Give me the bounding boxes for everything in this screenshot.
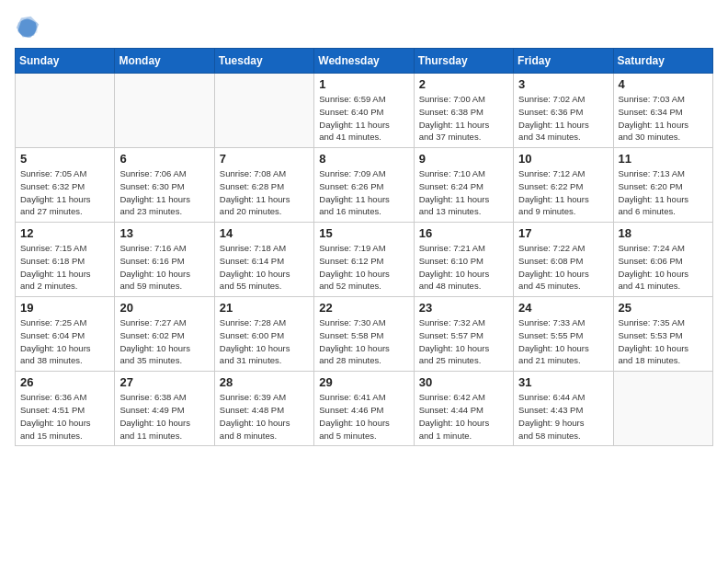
calendar-day-cell: 8Sunrise: 7:09 AM Sunset: 6:26 PM Daylig… xyxy=(314,148,414,223)
day-number: 3 xyxy=(518,77,608,91)
day-info: Sunrise: 7:19 AM Sunset: 6:12 PM Dayligh… xyxy=(319,242,408,293)
page-header xyxy=(15,15,713,40)
day-info: Sunrise: 7:08 AM Sunset: 6:28 PM Dayligh… xyxy=(220,167,309,218)
day-number: 27 xyxy=(119,375,209,389)
day-info: Sunrise: 7:21 AM Sunset: 6:10 PM Dayligh… xyxy=(419,242,508,293)
calendar-day-cell: 10Sunrise: 7:12 AM Sunset: 6:22 PM Dayli… xyxy=(514,148,613,223)
day-info: Sunrise: 7:25 AM Sunset: 6:04 PM Dayligh… xyxy=(20,316,109,367)
calendar-day-cell: 3Sunrise: 7:02 AM Sunset: 6:36 PM Daylig… xyxy=(514,74,613,148)
day-info: Sunrise: 6:59 AM Sunset: 6:40 PM Dayligh… xyxy=(319,93,408,144)
day-info: Sunrise: 7:15 AM Sunset: 6:18 PM Dayligh… xyxy=(20,242,109,293)
day-number: 8 xyxy=(319,152,408,166)
day-number: 19 xyxy=(20,301,109,315)
day-number: 14 xyxy=(220,226,309,240)
calendar-day-cell: 29Sunrise: 6:41 AM Sunset: 4:46 PM Dayli… xyxy=(314,372,414,446)
calendar-body: 1Sunrise: 6:59 AM Sunset: 6:40 PM Daylig… xyxy=(16,74,713,446)
day-number: 17 xyxy=(518,226,608,240)
weekday-label: Sunday xyxy=(16,49,115,74)
calendar-week-row: 1Sunrise: 6:59 AM Sunset: 6:40 PM Daylig… xyxy=(16,74,713,148)
day-number: 21 xyxy=(220,301,309,315)
calendar-day-cell: 4Sunrise: 7:03 AM Sunset: 6:34 PM Daylig… xyxy=(613,74,712,148)
day-info: Sunrise: 6:44 AM Sunset: 4:43 PM Dayligh… xyxy=(518,391,608,442)
calendar-day-cell: 22Sunrise: 7:30 AM Sunset: 5:58 PM Dayli… xyxy=(314,297,414,372)
calendar-day-cell xyxy=(214,74,313,148)
day-number: 29 xyxy=(319,375,408,389)
day-info: Sunrise: 7:27 AM Sunset: 6:02 PM Dayligh… xyxy=(119,316,209,367)
day-info: Sunrise: 7:00 AM Sunset: 6:38 PM Dayligh… xyxy=(419,93,508,144)
weekday-label: Monday xyxy=(115,49,214,74)
calendar-day-cell: 12Sunrise: 7:15 AM Sunset: 6:18 PM Dayli… xyxy=(16,223,115,297)
calendar-day-cell: 13Sunrise: 7:16 AM Sunset: 6:16 PM Dayli… xyxy=(115,223,214,297)
day-info: Sunrise: 7:03 AM Sunset: 6:34 PM Dayligh… xyxy=(619,93,708,144)
day-number: 1 xyxy=(319,77,408,91)
day-info: Sunrise: 7:12 AM Sunset: 6:22 PM Dayligh… xyxy=(518,167,608,218)
weekday-label: Thursday xyxy=(414,49,513,74)
calendar-day-cell: 16Sunrise: 7:21 AM Sunset: 6:10 PM Dayli… xyxy=(414,223,513,297)
calendar-day-cell: 31Sunrise: 6:44 AM Sunset: 4:43 PM Dayli… xyxy=(514,372,613,446)
day-number: 6 xyxy=(119,152,209,166)
day-number: 24 xyxy=(518,301,608,315)
day-number: 22 xyxy=(319,301,408,315)
calendar-week-row: 12Sunrise: 7:15 AM Sunset: 6:18 PM Dayli… xyxy=(16,223,713,297)
day-number: 4 xyxy=(619,77,708,91)
day-info: Sunrise: 7:06 AM Sunset: 6:30 PM Dayligh… xyxy=(119,167,209,218)
day-number: 20 xyxy=(119,301,209,315)
day-number: 2 xyxy=(419,77,508,91)
day-number: 28 xyxy=(220,375,309,389)
day-info: Sunrise: 6:39 AM Sunset: 4:48 PM Dayligh… xyxy=(220,391,309,442)
day-info: Sunrise: 7:30 AM Sunset: 5:58 PM Dayligh… xyxy=(319,316,408,367)
calendar-day-cell: 30Sunrise: 6:42 AM Sunset: 4:44 PM Dayli… xyxy=(414,372,513,446)
calendar-day-cell: 2Sunrise: 7:00 AM Sunset: 6:38 PM Daylig… xyxy=(414,74,513,148)
day-info: Sunrise: 7:09 AM Sunset: 6:26 PM Dayligh… xyxy=(319,167,408,218)
day-number: 26 xyxy=(20,375,109,389)
day-number: 10 xyxy=(518,152,608,166)
weekday-label: Friday xyxy=(514,49,613,74)
weekday-label: Tuesday xyxy=(214,49,313,74)
day-number: 30 xyxy=(419,375,508,389)
calendar-day-cell: 6Sunrise: 7:06 AM Sunset: 6:30 PM Daylig… xyxy=(115,148,214,223)
day-info: Sunrise: 6:38 AM Sunset: 4:49 PM Dayligh… xyxy=(119,391,209,442)
day-number: 13 xyxy=(119,226,209,240)
day-info: Sunrise: 7:32 AM Sunset: 5:57 PM Dayligh… xyxy=(419,316,508,367)
day-number: 9 xyxy=(419,152,508,166)
calendar-day-cell: 1Sunrise: 6:59 AM Sunset: 6:40 PM Daylig… xyxy=(314,74,414,148)
day-number: 31 xyxy=(518,375,608,389)
calendar-day-cell xyxy=(115,74,214,148)
calendar-day-cell: 21Sunrise: 7:28 AM Sunset: 6:00 PM Dayli… xyxy=(214,297,313,372)
calendar-table: SundayMondayTuesdayWednesdayThursdayFrid… xyxy=(15,48,713,446)
weekday-header-row: SundayMondayTuesdayWednesdayThursdayFrid… xyxy=(16,49,713,74)
day-number: 7 xyxy=(220,152,309,166)
day-number: 5 xyxy=(20,152,109,166)
calendar-day-cell: 14Sunrise: 7:18 AM Sunset: 6:14 PM Dayli… xyxy=(214,223,313,297)
day-number: 16 xyxy=(419,226,508,240)
logo xyxy=(15,15,44,40)
day-number: 12 xyxy=(20,226,109,240)
day-info: Sunrise: 7:28 AM Sunset: 6:00 PM Dayligh… xyxy=(220,316,309,367)
day-number: 15 xyxy=(319,226,408,240)
day-info: Sunrise: 7:10 AM Sunset: 6:24 PM Dayligh… xyxy=(419,167,508,218)
calendar-day-cell: 7Sunrise: 7:08 AM Sunset: 6:28 PM Daylig… xyxy=(214,148,313,223)
day-info: Sunrise: 7:05 AM Sunset: 6:32 PM Dayligh… xyxy=(20,167,109,218)
calendar-day-cell: 17Sunrise: 7:22 AM Sunset: 6:08 PM Dayli… xyxy=(514,223,613,297)
day-number: 11 xyxy=(619,152,708,166)
day-info: Sunrise: 7:02 AM Sunset: 6:36 PM Dayligh… xyxy=(518,93,608,144)
calendar-day-cell: 24Sunrise: 7:33 AM Sunset: 5:55 PM Dayli… xyxy=(514,297,613,372)
calendar-day-cell: 18Sunrise: 7:24 AM Sunset: 6:06 PM Dayli… xyxy=(613,223,712,297)
day-info: Sunrise: 7:18 AM Sunset: 6:14 PM Dayligh… xyxy=(220,242,309,293)
calendar-day-cell: 26Sunrise: 6:36 AM Sunset: 4:51 PM Dayli… xyxy=(16,372,115,446)
calendar-day-cell: 5Sunrise: 7:05 AM Sunset: 6:32 PM Daylig… xyxy=(16,148,115,223)
calendar-day-cell: 23Sunrise: 7:32 AM Sunset: 5:57 PM Dayli… xyxy=(414,297,513,372)
calendar-day-cell xyxy=(16,74,115,148)
calendar-day-cell: 9Sunrise: 7:10 AM Sunset: 6:24 PM Daylig… xyxy=(414,148,513,223)
day-number: 23 xyxy=(419,301,508,315)
calendar-day-cell: 19Sunrise: 7:25 AM Sunset: 6:04 PM Dayli… xyxy=(16,297,115,372)
day-info: Sunrise: 7:22 AM Sunset: 6:08 PM Dayligh… xyxy=(518,242,608,293)
calendar-week-row: 5Sunrise: 7:05 AM Sunset: 6:32 PM Daylig… xyxy=(16,148,713,223)
day-info: Sunrise: 7:33 AM Sunset: 5:55 PM Dayligh… xyxy=(518,316,608,367)
calendar-day-cell xyxy=(613,372,712,446)
day-info: Sunrise: 7:24 AM Sunset: 6:06 PM Dayligh… xyxy=(619,242,708,293)
calendar-day-cell: 11Sunrise: 7:13 AM Sunset: 6:20 PM Dayli… xyxy=(613,148,712,223)
day-info: Sunrise: 6:42 AM Sunset: 4:44 PM Dayligh… xyxy=(419,391,508,442)
weekday-label: Saturday xyxy=(613,49,712,74)
calendar-day-cell: 25Sunrise: 7:35 AM Sunset: 5:53 PM Dayli… xyxy=(613,297,712,372)
